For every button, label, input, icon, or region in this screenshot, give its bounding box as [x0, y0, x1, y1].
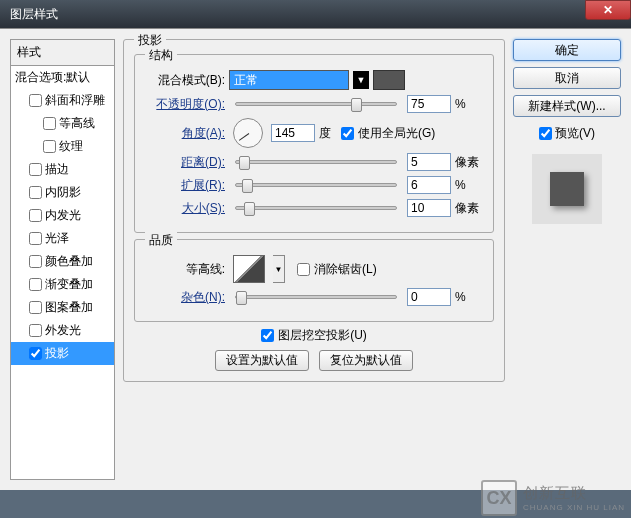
style-pattern-overlay-check[interactable] [29, 301, 42, 314]
style-drop-shadow-check[interactable] [29, 347, 42, 360]
contour-dropdown-icon[interactable]: ▼ [273, 255, 285, 283]
reset-default-button[interactable]: 复位为默认值 [319, 350, 413, 371]
style-contour[interactable]: 等高线 [11, 112, 114, 135]
preview-box [532, 154, 602, 224]
watermark-logo: CX [481, 480, 517, 516]
style-contour-check[interactable] [43, 117, 56, 130]
style-outer-glow[interactable]: 外发光 [11, 319, 114, 342]
shadow-color-swatch[interactable] [373, 70, 405, 90]
style-bevel-check[interactable] [29, 94, 42, 107]
cancel-button[interactable]: 取消 [513, 67, 621, 89]
blend-mode-select[interactable]: 正常 [229, 70, 349, 90]
opacity-label[interactable]: 不透明度(O): [145, 96, 225, 113]
window-title: 图层样式 [10, 6, 585, 23]
watermark: CX 创新互联 CHUANG XIN HU LIAN [481, 480, 625, 516]
style-gradient-overlay[interactable]: 渐变叠加 [11, 273, 114, 296]
contour-label: 等高线: [145, 261, 225, 278]
style-bevel[interactable]: 斜面和浮雕 [11, 89, 114, 112]
style-stroke-check[interactable] [29, 163, 42, 176]
style-inner-shadow[interactable]: 内阴影 [11, 181, 114, 204]
set-default-button[interactable]: 设置为默认值 [215, 350, 309, 371]
spread-slider[interactable] [235, 183, 397, 187]
structure-title: 结构 [145, 47, 177, 64]
style-color-overlay[interactable]: 颜色叠加 [11, 250, 114, 273]
spread-label[interactable]: 扩展(R): [145, 177, 225, 194]
new-style-button[interactable]: 新建样式(W)... [513, 95, 621, 117]
antialias-check[interactable] [297, 263, 310, 276]
global-light-check[interactable] [341, 127, 354, 140]
opacity-unit: % [455, 97, 483, 111]
angle-input[interactable] [271, 124, 315, 142]
spread-unit: % [455, 178, 483, 192]
style-pattern-overlay[interactable]: 图案叠加 [11, 296, 114, 319]
style-inner-glow-check[interactable] [29, 209, 42, 222]
styles-list: 样式 混合选项:默认 斜面和浮雕 等高线 纹理 描边 内阴影 内发光 光泽 颜色… [10, 39, 115, 480]
noise-slider[interactable] [235, 295, 397, 299]
style-inner-shadow-check[interactable] [29, 186, 42, 199]
knockout-label: 图层挖空投影(U) [278, 327, 367, 344]
style-inner-glow[interactable]: 内发光 [11, 204, 114, 227]
preview-swatch [550, 172, 584, 206]
style-stroke[interactable]: 描边 [11, 158, 114, 181]
size-slider[interactable] [235, 206, 397, 210]
window-close-button[interactable]: ✕ [585, 0, 631, 20]
preview-label: 预览(V) [555, 125, 595, 142]
style-color-overlay-check[interactable] [29, 255, 42, 268]
quality-title: 品质 [145, 232, 177, 249]
angle-unit: 度 [319, 125, 331, 142]
angle-dial[interactable] [233, 118, 263, 148]
angle-label[interactable]: 角度(A): [145, 125, 225, 142]
blend-mode-dropdown-icon[interactable]: ▼ [353, 71, 369, 89]
contour-picker[interactable] [233, 255, 265, 283]
noise-input[interactable] [407, 288, 451, 306]
spread-input[interactable] [407, 176, 451, 194]
antialias-label: 消除锯齿(L) [314, 261, 377, 278]
global-light-label: 使用全局光(G) [358, 125, 435, 142]
distance-label[interactable]: 距离(D): [145, 154, 225, 171]
preview-check[interactable] [539, 127, 552, 140]
size-input[interactable] [407, 199, 451, 217]
style-gradient-overlay-check[interactable] [29, 278, 42, 291]
style-texture[interactable]: 纹理 [11, 135, 114, 158]
opacity-input[interactable] [407, 95, 451, 113]
opacity-slider[interactable] [235, 102, 397, 106]
close-icon: ✕ [603, 3, 613, 17]
watermark-text: 创新互联 [523, 484, 625, 503]
distance-unit: 像素 [455, 154, 483, 171]
noise-unit: % [455, 290, 483, 304]
size-label[interactable]: 大小(S): [145, 200, 225, 217]
style-satin-check[interactable] [29, 232, 42, 245]
blend-options-default[interactable]: 混合选项:默认 [11, 66, 114, 89]
watermark-sub: CHUANG XIN HU LIAN [523, 503, 625, 512]
ok-button[interactable]: 确定 [513, 39, 621, 61]
distance-slider[interactable] [235, 160, 397, 164]
style-drop-shadow[interactable]: 投影 [11, 342, 114, 365]
style-satin[interactable]: 光泽 [11, 227, 114, 250]
style-outer-glow-check[interactable] [29, 324, 42, 337]
size-unit: 像素 [455, 200, 483, 217]
distance-input[interactable] [407, 153, 451, 171]
noise-label[interactable]: 杂色(N): [145, 289, 225, 306]
knockout-check[interactable] [261, 329, 274, 342]
style-texture-check[interactable] [43, 140, 56, 153]
styles-header: 样式 [11, 40, 114, 66]
blend-mode-label: 混合模式(B): [145, 72, 225, 89]
